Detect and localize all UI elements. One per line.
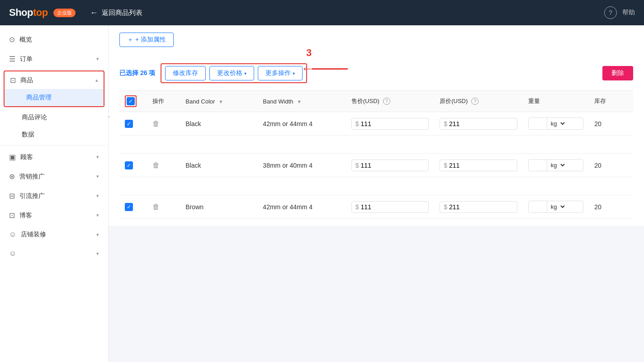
selected-label: 已选择 xyxy=(119,69,138,76)
sale-price-help-icon[interactable]: ? xyxy=(383,98,390,105)
row1-checkbox[interactable]: ✓ xyxy=(125,120,133,128)
sidebar-label-customers: 营销推广 xyxy=(19,173,92,181)
sidebar-label-overview: 概览 xyxy=(19,36,99,44)
add-attr-section: ＋ + 添加属性 xyxy=(119,33,633,56)
add-attribute-button[interactable]: ＋ + 添加属性 xyxy=(119,33,174,47)
row1-orig-price-dollar-icon: $ xyxy=(444,120,447,127)
data-arrow-icon: ▾ xyxy=(96,154,99,160)
sidebar-item-blog[interactable]: ☺ 店铺装修 ▾ xyxy=(0,225,108,244)
change-price-label: 更改价格 xyxy=(217,69,242,77)
row3-sale-price-input[interactable] xyxy=(361,203,388,211)
back-arrow-icon[interactable]: ← xyxy=(90,8,98,18)
sidebar-item-customers[interactable]: ⊛ 营销推广 ▾ xyxy=(0,167,108,186)
row3-sale-price-cell: $ xyxy=(346,195,434,219)
annotation-3-label: 3 xyxy=(306,47,312,59)
back-text: 返回商品列表 xyxy=(102,9,142,17)
logo: Shoptop xyxy=(9,7,48,19)
sidebar-item-data[interactable]: ▣ 顾客 ▾ xyxy=(0,147,108,167)
more-ops-button[interactable]: 更多操作 ▾ xyxy=(258,66,303,80)
sidebar-label-marketing: 引流推广 xyxy=(19,192,92,200)
row3-delete-icon[interactable]: 🗑 xyxy=(152,203,160,211)
edit-stock-button[interactable]: 修改库存 xyxy=(165,66,206,80)
delete-button[interactable]: 删除 xyxy=(602,66,633,80)
sidebar-label-product-review: 数据 xyxy=(22,131,34,138)
sidebar-item-orders[interactable]: ☰ 订单 ▾ xyxy=(0,49,108,69)
edit-stock-label: 修改库存 xyxy=(173,69,198,77)
annotation-2-arrow-icon: ↑ xyxy=(109,109,113,121)
row2-check-cell: ✓ xyxy=(119,154,147,177)
row1-stock-value: 20 xyxy=(594,120,601,127)
sidebar-item-overview[interactable]: ⊙ 概览 xyxy=(0,30,108,49)
row1-sale-price-input-group: $ xyxy=(351,118,429,130)
row3-band-width: 42mm or 44mm 4 xyxy=(263,203,313,211)
table-row: ✓ 🗑 Black 42mm or 44mm 4 xyxy=(119,112,633,136)
header-left: Shoptop 企业版 ← 返回商品列表 xyxy=(9,7,142,19)
blog-icon: ☺ xyxy=(9,230,16,239)
store-design-arrow-icon: ▾ xyxy=(96,251,99,257)
row1-sale-price-dollar-icon: $ xyxy=(355,120,359,127)
row1-stock-cell: 20 xyxy=(589,112,633,136)
col-header-band-color: Band Color ▼ xyxy=(180,91,257,112)
delete-label: 删除 xyxy=(611,69,624,76)
help-button[interactable]: ? xyxy=(604,6,617,19)
sidebar: ⊙ 概览 ☰ 订单 ▾ ⊡ 商品 ▴ 商品管理 商品评论 数据 xyxy=(0,25,109,362)
row1-weight-unit-select[interactable]: kg lb xyxy=(547,118,566,129)
row2-weight-unit-select[interactable]: kg lb xyxy=(547,160,566,171)
marketing-arrow-icon: ▾ xyxy=(96,193,99,199)
row2-stock-value: 20 xyxy=(594,162,601,169)
sidebar-item-store-design[interactable]: ☺ ▾ xyxy=(0,244,108,263)
sidebar-item-product-review[interactable]: 数据 xyxy=(0,126,108,143)
row3-checkbox[interactable]: ✓ xyxy=(125,203,133,211)
row2-checkbox-check-icon: ✓ xyxy=(127,162,131,169)
row1-orig-price-input[interactable] xyxy=(449,120,476,127)
band-color-filter-icon[interactable]: ▼ xyxy=(218,99,223,104)
row3-weight-unit-select[interactable]: kg lb xyxy=(547,201,566,212)
orders-icon: ☰ xyxy=(9,55,15,63)
sidebar-label-product-album: 商品评论 xyxy=(22,113,47,121)
row3-orig-price-input[interactable] xyxy=(449,203,476,211)
customers-arrow-icon: ▾ xyxy=(96,174,99,179)
row1-sale-price-input[interactable] xyxy=(361,120,388,127)
row2-band-width: 38mm or 40mm 4 xyxy=(263,162,313,169)
sidebar-item-products[interactable]: ⊡ 商品 ▴ xyxy=(5,71,104,89)
row2-delete-icon[interactable]: 🗑 xyxy=(152,161,160,169)
col-header-stock: 库存 xyxy=(589,91,633,112)
sidebar-item-marketing[interactable]: ⊟ 引流推广 ▾ xyxy=(0,186,108,206)
data-icon: ▣ xyxy=(9,153,16,161)
sidebar-item-product-mgmt[interactable]: 商品管理 xyxy=(5,89,104,106)
row3-weight-input[interactable] xyxy=(529,202,547,212)
sidebar-label-products: 商品 xyxy=(20,76,91,85)
row3-orig-price-cell: $ xyxy=(434,195,522,219)
row1-delete-icon[interactable]: 🗑 xyxy=(152,120,160,127)
row3-orig-price-dollar-icon: $ xyxy=(444,203,447,211)
row2-orig-price-input-group: $ xyxy=(440,160,517,171)
variants-table: 2 ↑ ✓ xyxy=(119,90,633,219)
more-ops-label: 更多操作 xyxy=(265,69,291,77)
sidebar-item-product-album[interactable]: 商品评论 xyxy=(0,109,108,126)
band-width-filter-icon[interactable]: ▼ xyxy=(297,99,302,104)
sidebar-item-traffic[interactable]: ⊡ 博客 ▾ xyxy=(0,206,108,225)
row2-orig-price-input[interactable] xyxy=(449,162,476,169)
row1-weight-input[interactable] xyxy=(529,118,547,129)
select-all-checkbox[interactable]: ✓ xyxy=(127,97,135,105)
row1-band-width-cell: 42mm or 44mm 4 xyxy=(257,112,346,136)
row3-op-cell: 🗑 xyxy=(147,195,180,219)
row1-weight-cell: kg lb xyxy=(523,112,589,136)
back-nav[interactable]: ← 返回商品列表 xyxy=(90,8,142,18)
row2-weight-group: kg lb xyxy=(528,159,584,171)
col-header-band-width: Band Width ▼ xyxy=(257,91,346,112)
traffic-arrow-icon: ▾ xyxy=(96,212,99,218)
blog-arrow-icon: ▾ xyxy=(96,232,99,238)
col-header-sale-price: 售价(USD) ? xyxy=(346,91,434,112)
row2-sale-price-input[interactable] xyxy=(361,162,388,169)
row2-checkbox[interactable]: ✓ xyxy=(125,161,133,169)
row3-band-color-cell: Brown xyxy=(180,195,257,219)
orig-price-help-icon[interactable]: ? xyxy=(471,98,478,105)
checkbox-check-icon: ✓ xyxy=(128,98,133,104)
orig-price-label: 原价(USD) xyxy=(440,98,468,104)
row3-orig-price-input-group: $ xyxy=(440,201,517,213)
change-price-button[interactable]: 更改价格 ▾ xyxy=(209,66,254,80)
table-wrapper: 2 ↑ ✓ xyxy=(119,90,633,219)
row2-weight-input[interactable] xyxy=(529,160,547,171)
header-right: ? 帮助 xyxy=(604,6,635,19)
